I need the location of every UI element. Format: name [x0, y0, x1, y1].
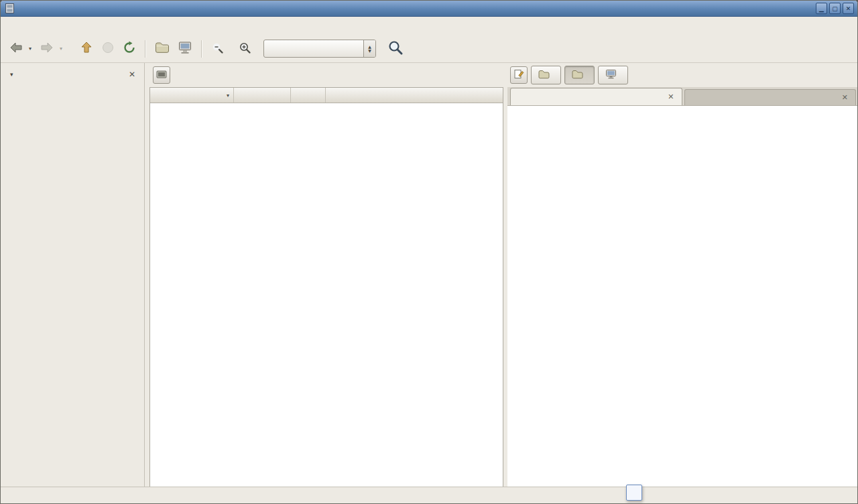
home-folder-icon: [155, 42, 170, 56]
up-icon: [80, 41, 93, 56]
sort-indicator-icon: ▾: [227, 92, 229, 99]
list-pane-header: [149, 63, 503, 87]
location-bar: [507, 63, 857, 87]
breadcrumb-home[interactable]: [531, 66, 561, 84]
sidebar-splitter[interactable]: [145, 63, 149, 487]
sidebar-close-button[interactable]: ✕: [126, 68, 138, 80]
zoom-in-icon: [239, 42, 251, 56]
forward-dropdown-icon: ▾: [60, 46, 62, 52]
statusbar: [1, 487, 857, 503]
taskbar-tooltip: [626, 485, 642, 501]
breadcrumb-desktop[interactable]: [598, 66, 628, 84]
view-mode-select[interactable]: ▲▼: [263, 40, 376, 58]
pane-location-button[interactable]: [153, 66, 170, 84]
reload-icon: [123, 41, 136, 56]
menubar: [1, 17, 857, 35]
list-column-headers: ▾: [150, 88, 503, 103]
toolbar-separator: [145, 40, 146, 58]
tab-close-icon[interactable]: ✕: [841, 93, 849, 102]
reload-button[interactable]: [119, 38, 140, 59]
back-dropdown-icon[interactable]: ▾: [29, 46, 32, 52]
list-body: [150, 103, 503, 487]
up-button[interactable]: [76, 38, 97, 59]
icon-pane: ✕ ✕: [507, 63, 857, 487]
forward-icon: [40, 41, 54, 56]
stop-icon: [101, 41, 115, 56]
icon-view[interactable]: [507, 106, 857, 487]
zoom-out-button[interactable]: [207, 39, 228, 59]
folder-icon: [572, 70, 583, 81]
back-icon: [9, 41, 23, 56]
main-area: ▾ ✕ ▾: [1, 63, 857, 487]
titlebar[interactable]: ▁ ▢ ✕: [1, 1, 857, 17]
file-list: ▾: [149, 87, 503, 487]
column-header-kind[interactable]: [291, 88, 326, 103]
file-manager-window: ▁ ▢ ✕ ▾ ▾: [0, 0, 858, 504]
back-button[interactable]: ▾: [5, 38, 36, 59]
sidebar-title-dropdown-icon[interactable]: ▾: [10, 71, 126, 78]
sidebar-header: ▾ ✕: [1, 63, 144, 85]
search-icon: [387, 40, 404, 58]
tab-bar: ✕ ✕: [507, 87, 857, 106]
toolbar-separator: [201, 40, 202, 58]
toolbar: ▾ ▾ ▲▼: [1, 35, 857, 63]
column-header-name[interactable]: ▾: [150, 88, 234, 103]
home-button[interactable]: [151, 39, 174, 58]
window-icon: [4, 3, 15, 14]
forward-button[interactable]: ▾: [36, 38, 66, 59]
pane-icon: [156, 70, 167, 81]
tab-ash[interactable]: ✕: [510, 88, 682, 105]
computer-button[interactable]: [174, 38, 196, 59]
column-header-size[interactable]: [234, 88, 291, 103]
computer-icon: [178, 41, 192, 56]
close-button[interactable]: ✕: [843, 3, 854, 14]
places-sidebar: ▾ ✕: [1, 63, 145, 487]
zoom-out-icon: [211, 42, 224, 56]
column-header-modified[interactable]: [326, 88, 503, 103]
edit-location-icon: [513, 69, 524, 81]
minimize-button[interactable]: ▁: [816, 3, 827, 14]
maximize-button[interactable]: ▢: [829, 3, 841, 14]
tab-desktop[interactable]: ✕: [684, 89, 857, 105]
list-pane: ▾: [149, 63, 503, 487]
breadcrumb-ash[interactable]: [564, 66, 595, 84]
window-controls: ▁ ▢ ✕: [816, 3, 854, 14]
zoom-in-button[interactable]: [235, 39, 255, 59]
desktop-icon: [605, 69, 617, 81]
location-toggle-button[interactable]: [510, 66, 528, 84]
folder-icon: [538, 70, 550, 81]
stop-button[interactable]: [97, 38, 119, 59]
tab-close-icon[interactable]: ✕: [666, 92, 675, 101]
view-mode-spinner-icon[interactable]: ▲▼: [363, 40, 375, 57]
search-button[interactable]: [385, 38, 406, 60]
